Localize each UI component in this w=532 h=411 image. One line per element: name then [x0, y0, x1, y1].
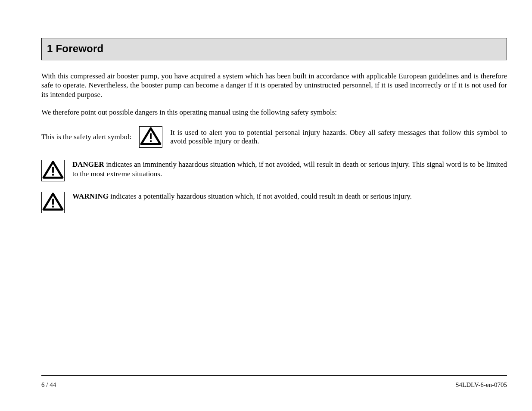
- danger-label: DANGER: [72, 160, 104, 168]
- warning-label: WARNING: [72, 192, 109, 200]
- safety-alert-definition: This is the safety alert symbol: It is u…: [41, 126, 507, 148]
- svg-rect-4: [52, 167, 54, 172]
- svg-rect-8: [52, 206, 54, 208]
- hazard-warning-icon: [139, 126, 162, 148]
- hazard-warning-icon: [41, 192, 65, 213]
- section-title: 1 Foreword: [47, 43, 501, 55]
- page-footer: 6 / 44 S4LDLV-6-en-0705: [41, 381, 507, 389]
- svg-rect-2: [150, 140, 152, 142]
- safety-alert-tail: It is used to alert you to potential per…: [170, 128, 507, 146]
- svg-rect-7: [52, 199, 54, 204]
- page: 1 Foreword With this compressed air boos…: [0, 0, 532, 411]
- intro-paragraph-2: We therefore point out possible dangers …: [41, 108, 507, 117]
- footer-rule: [41, 375, 507, 376]
- warning-description: indicates a potentially hazardous situat…: [109, 192, 412, 200]
- svg-rect-1: [150, 133, 152, 139]
- safety-alert-lead: This is the safety alert symbol:: [41, 133, 131, 141]
- danger-text: DANGER indicates an imminently hazardous…: [72, 160, 507, 179]
- intro-paragraph-1: With this compressed air booster pump, y…: [41, 72, 507, 99]
- danger-block: DANGER indicates an imminently hazardous…: [41, 160, 507, 181]
- warning-text: WARNING indicates a potentially hazardou…: [72, 192, 412, 201]
- section-header-box: 1 Foreword: [41, 38, 507, 60]
- danger-description: indicates an imminently hazardous situat…: [72, 160, 507, 178]
- hazard-warning-icon: [41, 160, 65, 181]
- svg-rect-5: [52, 174, 54, 176]
- warning-block: WARNING indicates a potentially hazardou…: [41, 192, 507, 213]
- page-number: 6 / 44: [41, 381, 56, 389]
- document-code: S4LDLV-6-en-0705: [455, 381, 507, 389]
